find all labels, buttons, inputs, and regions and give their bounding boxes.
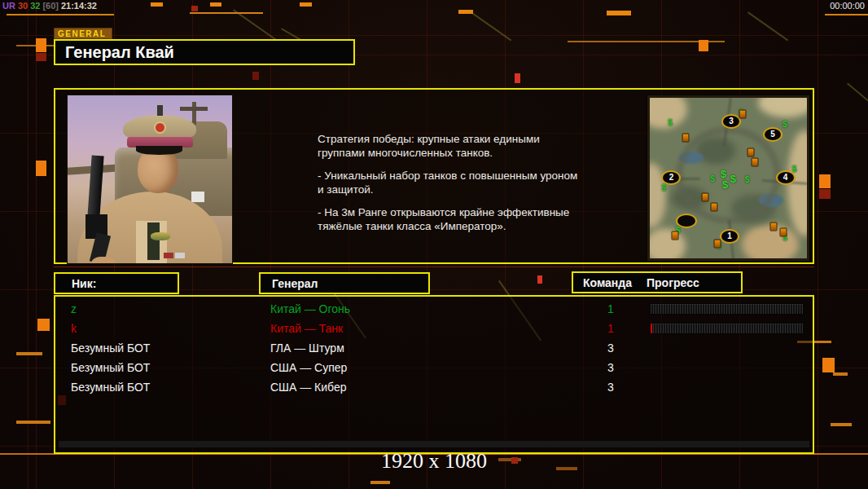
map-marker-money: $ bbox=[783, 119, 787, 128]
briefing-paragraph: - Уникальный набор танков с повышенным у… bbox=[318, 169, 590, 196]
map-marker-money: $ bbox=[668, 117, 673, 126]
header-box-general: Генерал bbox=[259, 272, 430, 294]
header-box-team-progress: Команда Прогресс bbox=[572, 271, 743, 293]
map-marker-5: 5 bbox=[763, 127, 783, 142]
nick-header-label: Ник: bbox=[72, 277, 96, 290]
debug-bracket: [60] bbox=[42, 1, 59, 11]
debug-tag: UR bbox=[2, 1, 15, 11]
player-general: США — Кибер bbox=[270, 381, 594, 394]
player-team: 3 bbox=[594, 381, 627, 394]
general-tie bbox=[147, 222, 160, 260]
player-team: 3 bbox=[594, 361, 627, 374]
map-marker-oil bbox=[711, 202, 718, 211]
player-general: США — Супер bbox=[270, 361, 594, 374]
map-marker-money: $ bbox=[745, 175, 750, 184]
briefing-paragraph: - На 3м Ранге открываются крайне эффекти… bbox=[318, 205, 590, 233]
player-general: Китай — Огонь bbox=[270, 302, 594, 315]
debug-num2: 32 bbox=[30, 1, 40, 11]
general-header-label: Генерал bbox=[272, 277, 318, 290]
general-info-panel: Стратегия победы: крупные атаки едиными … bbox=[54, 88, 814, 264]
progress-header-label: Прогресс bbox=[647, 276, 699, 289]
load-progress-bar bbox=[650, 323, 804, 334]
general-badge bbox=[151, 232, 170, 240]
map-marker-1: 1 bbox=[720, 229, 739, 244]
tank-sign bbox=[191, 192, 204, 202]
map-marker-center: $ bbox=[722, 178, 728, 191]
debug-num1: 30 bbox=[18, 1, 28, 11]
player-row: Безумный БОТ США — Супер 3 bbox=[55, 358, 813, 377]
player-nick: k bbox=[71, 322, 270, 335]
map-marker-center: $ bbox=[730, 172, 736, 184]
loading-screen: UR3032[60]21:14:32 00:00:00 GENERAL Гене… bbox=[0, 0, 868, 489]
player-general: ГЛА — Штурм bbox=[270, 341, 594, 355]
tank-antenna bbox=[192, 102, 196, 125]
load-progress-fill bbox=[651, 324, 652, 333]
map-marker-oil bbox=[682, 134, 690, 143]
briefing-paragraph: Стратегия победы: крупные атаки едиными … bbox=[318, 132, 590, 160]
general-hand bbox=[90, 257, 116, 264]
map-marker-oil bbox=[770, 222, 778, 231]
map-marker-oil bbox=[739, 109, 746, 118]
map-preview: 35241$$$$$$$$$$$$$ bbox=[647, 95, 809, 261]
map-marker-oil bbox=[747, 148, 754, 156]
player-row: Безумный БОТ ГЛА — Штурм 3 bbox=[55, 338, 813, 358]
team-header-label: Команда bbox=[583, 276, 632, 289]
load-progress-bar bbox=[650, 303, 804, 315]
cap-visor bbox=[136, 146, 182, 155]
map-marker-oil bbox=[780, 228, 787, 237]
general-portrait bbox=[67, 95, 233, 264]
page-title: Генерал Квай bbox=[55, 43, 174, 62]
general-tab-label: GENERAL bbox=[54, 28, 112, 39]
players-rows: z Китай — Огонь 1 k Китай — Танк 1 Безум… bbox=[55, 299, 813, 397]
player-row: z Китай — Огонь 1 bbox=[55, 299, 813, 319]
map-marker-money: $ bbox=[710, 174, 715, 183]
strategy-briefing: Стратегия победы: крупные атаки едиными … bbox=[318, 132, 590, 242]
player-team: 1 bbox=[594, 322, 627, 335]
cap-ornament bbox=[157, 105, 163, 116]
player-nick: Безумный БОТ bbox=[71, 341, 270, 355]
map-markers: 35241$$$$$$$$$$$$$ bbox=[650, 98, 807, 258]
general-ribbon bbox=[175, 253, 185, 258]
resolution-label: 1920 x 1080 bbox=[0, 449, 868, 474]
player-nick: Безумный БОТ bbox=[71, 381, 270, 394]
general-title-box: Генерал Квай bbox=[54, 39, 355, 65]
player-team: 3 bbox=[594, 341, 627, 355]
map-marker-money: $ bbox=[662, 183, 667, 192]
map-marker-money: $ bbox=[792, 164, 797, 173]
header-box-nick: Ник: bbox=[54, 272, 179, 294]
player-general: Китай — Танк bbox=[270, 322, 594, 335]
player-team: 1 bbox=[594, 302, 627, 315]
map-marker-oil bbox=[713, 240, 721, 249]
map-marker-oil bbox=[752, 157, 759, 166]
debug-clock: 21:14:32 bbox=[61, 1, 97, 11]
general-ribbon bbox=[164, 253, 173, 258]
map-marker-center: $ bbox=[721, 167, 726, 179]
cap-star-emblem bbox=[154, 121, 166, 134]
map-marker-oil bbox=[701, 193, 708, 202]
tank-antenna-bar bbox=[180, 107, 208, 111]
panel-bottom-strip bbox=[59, 441, 809, 447]
match-timer: 00:00:00 bbox=[830, 1, 865, 11]
debug-overlay: UR3032[60]21:14:32 bbox=[2, 1, 99, 11]
map-marker-oil bbox=[671, 231, 678, 240]
player-row: k Китай — Танк 1 bbox=[55, 319, 813, 338]
player-row: Безумный БОТ США — Кибер 3 bbox=[55, 377, 813, 397]
players-panel: z Китай — Огонь 1 k Китай — Танк 1 Безум… bbox=[54, 295, 814, 454]
player-nick: z bbox=[71, 302, 270, 315]
player-nick: Безумный БОТ bbox=[71, 361, 270, 374]
